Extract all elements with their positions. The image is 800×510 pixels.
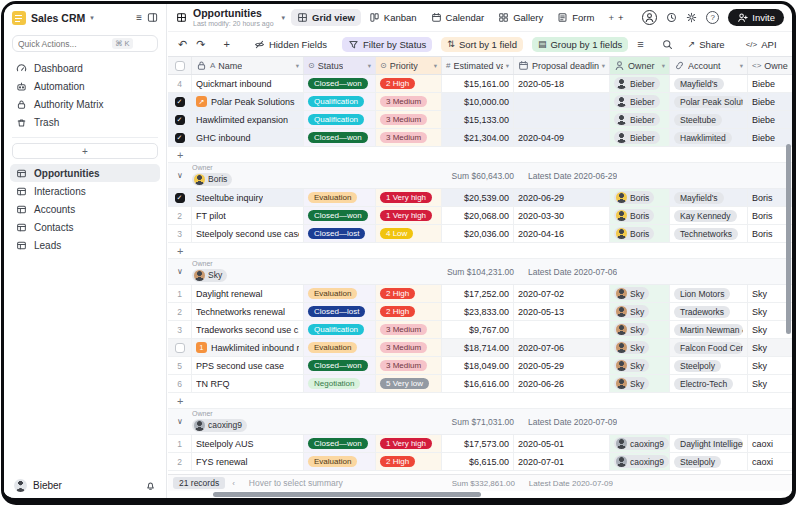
cell-account[interactable]: Falcon Food Centers (670, 339, 748, 356)
cell-status[interactable]: Closed—won (304, 75, 376, 92)
sidebar-item-authority-matrix[interactable]: Authority Matrix (10, 95, 160, 113)
cell-priority[interactable]: 3 Medium (376, 357, 442, 374)
group-latest-date[interactable]: Latest Date 2020-07-09 (514, 417, 617, 427)
add-record-icon[interactable]: + (223, 38, 229, 50)
table-row[interactable]: ✓Hawklimited expansionQualification3 Med… (168, 111, 792, 129)
cell-priority[interactable]: 2 High (376, 75, 442, 92)
chevron-down-icon[interactable]: ▾ (296, 62, 299, 70)
cell-account[interactable]: Lion Motors (670, 285, 748, 302)
row-handle-cell[interactable]: 2 (168, 453, 192, 470)
cell-priority[interactable]: 3 Medium (376, 321, 442, 338)
cell-estimated-value[interactable]: $20,036.00 (442, 225, 514, 242)
cell-account[interactable]: Steelpoly (670, 357, 748, 374)
group-sum[interactable]: Sum $60,643.00 (442, 171, 514, 181)
cell-owner[interactable]: Sky (610, 285, 670, 302)
cell-owner-formula[interactable]: caoxi (748, 435, 792, 452)
row-handle-cell[interactable]: 3 (168, 225, 192, 242)
api-button[interactable]: </> API (740, 37, 783, 52)
table-row[interactable]: 5PPS second use caseClosed—won3 Medium$1… (168, 357, 792, 375)
view-tab-form[interactable]: Form (551, 9, 600, 26)
row-handle-cell[interactable]: ✓ (168, 93, 192, 110)
cell-owner[interactable]: Sky (610, 339, 670, 356)
cell-name[interactable]: Steelpoly second use case (192, 225, 304, 242)
redo-icon[interactable]: ↷ (196, 38, 205, 51)
cell-name[interactable]: Daylight renewal (192, 285, 304, 302)
cell-estimated-value[interactable]: $23,833.00 (442, 303, 514, 320)
collapse-group-icon[interactable]: ∨ (168, 267, 192, 276)
cell-estimated-value[interactable]: $10,000.00 (442, 93, 514, 110)
cell-proposal-deadline[interactable]: 2020-05-01 (514, 435, 610, 452)
cell-status[interactable]: Closed—won (304, 357, 376, 374)
cell-name[interactable]: Technetworks renewal (192, 303, 304, 320)
row-handle-cell[interactable]: ✓ (168, 129, 192, 146)
cell-owner-formula[interactable]: Biebe (748, 93, 792, 110)
cell-estimated-value[interactable]: $18,714.00 (442, 339, 514, 356)
cell-status[interactable]: Evaluation (304, 189, 376, 206)
chevron-down-icon[interactable]: ▾ (90, 14, 94, 22)
bell-icon[interactable] (145, 480, 156, 491)
table-row[interactable]: 3Tradeworks second use c...Qualification… (168, 321, 792, 339)
row-badge[interactable]: ↗ (196, 96, 207, 107)
cell-owner[interactable]: Sky (610, 321, 670, 338)
sidebar-item-trash[interactable]: Trash (10, 113, 160, 131)
row-checkbox[interactable]: ✓ (175, 133, 185, 143)
cell-estimated-value[interactable]: $21,304.00 (442, 129, 514, 146)
table-row[interactable]: ✓↗Polar Peak SolutionsQualification3 Med… (168, 93, 792, 111)
cell-account[interactable]: Kay Kennedy (670, 207, 748, 224)
add-row-button[interactable]: + (168, 243, 792, 259)
cell-owner-formula[interactable]: Sky (748, 375, 792, 392)
cell-estimated-value[interactable]: $20,539.00 (442, 189, 514, 206)
row-handle-cell[interactable]: 4 (168, 75, 192, 92)
horizontal-scrollbar[interactable] (213, 492, 481, 497)
cell-priority[interactable]: 2 High (376, 453, 442, 470)
cell-owner[interactable]: Boris (610, 225, 670, 242)
row-handle-cell[interactable]: 1 (168, 285, 192, 302)
cell-owner[interactable]: caoxing9 (610, 435, 670, 452)
view-tab--[interactable]: ++ (602, 9, 629, 26)
row-handle-cell[interactable] (168, 339, 192, 356)
cell-owner-formula[interactable]: Sky (748, 339, 792, 356)
view-tab-calendar[interactable]: Calendar (425, 9, 491, 26)
cell-status[interactable]: Evaluation (304, 453, 376, 470)
view-tab-grid-view[interactable]: Grid view (291, 9, 361, 26)
menu-icon[interactable]: ≡ (136, 12, 142, 23)
search-input[interactable] (18, 39, 108, 49)
cell-estimated-value[interactable]: $6,615.00 (442, 453, 514, 470)
chevron-down-icon[interactable]: ▾ (506, 62, 509, 70)
cell-status[interactable]: Qualification (304, 93, 376, 110)
add-row-button[interactable]: + (168, 393, 792, 409)
gear-icon[interactable] (686, 12, 697, 23)
chevron-down-icon[interactable]: ▾ (602, 62, 605, 70)
cell-owner[interactable]: Bieber (610, 75, 670, 92)
add-row-button[interactable]: + (168, 147, 792, 163)
cell-owner[interactable]: Boris (610, 189, 670, 206)
cell-status[interactable]: Closed—won (304, 435, 376, 452)
cell-proposal-deadline[interactable] (514, 93, 610, 110)
cell-priority[interactable]: 2 High (376, 285, 442, 302)
table-row[interactable]: 1Hawklimited inbound reqEvaluation3 Medi… (168, 339, 792, 357)
user-row[interactable]: Bieber (4, 472, 166, 498)
table-row[interactable]: 2FT pilotClosed—won1 Very high$20,068.00… (168, 207, 792, 225)
column-header-proposal-deadline[interactable]: Proposal deadline▾ (514, 57, 610, 74)
summary-hint[interactable]: Hover to select summary (249, 478, 343, 488)
table-row[interactable]: ✓GHC inboundClosed—won3 Medium$21,304.00… (168, 129, 792, 147)
cell-estimated-value[interactable]: $20,068.00 (442, 207, 514, 224)
cell-proposal-deadline[interactable] (514, 321, 610, 338)
group-button[interactable]: ▤ Group by 1 fields (532, 37, 628, 52)
cell-proposal-deadline[interactable]: 2020-07-01 (514, 453, 610, 470)
row-handle-cell[interactable]: 5 (168, 357, 192, 374)
cell-estimated-value[interactable]: $17,573.00 (442, 435, 514, 452)
chevron-down-icon[interactable]: ▾ (282, 14, 286, 22)
table-row[interactable]: ✓Steeltube inquiryEvaluation1 Very high$… (168, 189, 792, 207)
cell-estimated-value[interactable]: $15,161.00 (442, 75, 514, 92)
cell-priority[interactable]: 3 Medium (376, 129, 442, 146)
cell-status[interactable]: Evaluation (304, 339, 376, 356)
cell-account[interactable]: Technetworks (670, 225, 748, 242)
row-handle-cell[interactable]: ✓ (168, 111, 192, 128)
cell-priority[interactable]: 3 Medium (376, 93, 442, 110)
cell-account[interactable]: Tradeworks (670, 303, 748, 320)
collapse-group-icon[interactable]: ∨ (168, 171, 192, 180)
sidebar-item-accounts[interactable]: Accounts (10, 200, 160, 218)
row-handle-cell[interactable]: 2 (168, 207, 192, 224)
table-row[interactable]: 2FYS renewalEvaluation2 High$6,615.00202… (168, 453, 792, 471)
